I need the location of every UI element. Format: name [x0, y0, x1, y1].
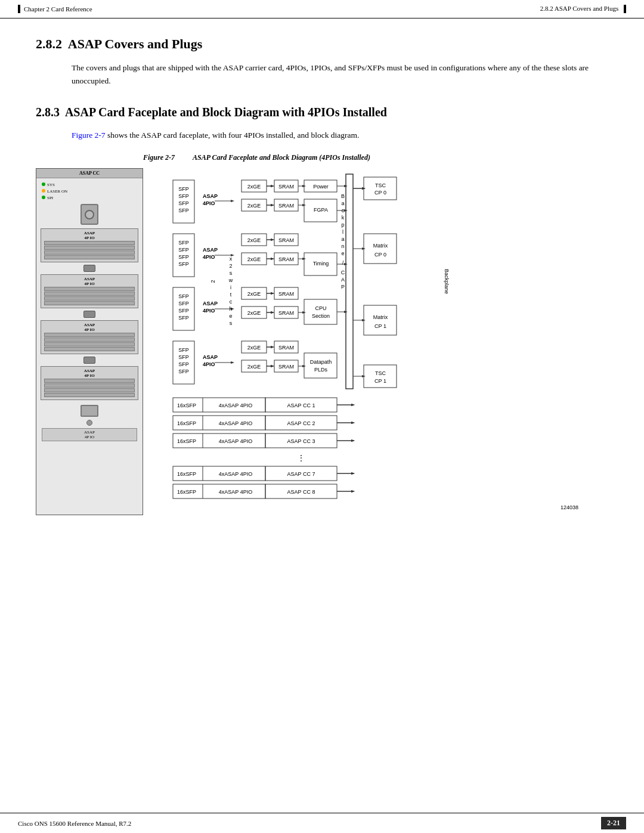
svg-text:i: i [230, 284, 231, 290]
fp-sfp-9 [44, 333, 135, 337]
svg-text:FGPA: FGPA [314, 207, 328, 213]
svg-text:SFP: SFP [178, 347, 189, 353]
fp-plug-1 [83, 265, 95, 272]
svg-text:2xGE: 2xGE [247, 256, 261, 262]
svg-text:4xASAP 4PIO: 4xASAP 4PIO [219, 471, 252, 477]
svg-text:4xASAP 4PIO: 4xASAP 4PIO [219, 489, 252, 495]
fp-led-label-3: SPI [47, 196, 53, 200]
figure-link[interactable]: Figure 2-7 [72, 131, 106, 140]
fp-sfp-8 [44, 301, 135, 305]
svg-text:Timing: Timing [313, 261, 329, 267]
svg-text:SRAM: SRAM [278, 237, 294, 243]
fp-module-1: ASAP4P IO [41, 228, 138, 262]
svg-text:16xSFP: 16xSFP [177, 420, 196, 426]
svg-text:4xASAP 4PIO: 4xASAP 4PIO [219, 420, 252, 426]
fp-led-label-1: SYS [47, 182, 55, 187]
svg-text:2: 2 [210, 280, 216, 283]
svg-text:Backplane: Backplane [444, 269, 450, 294]
top-bar-chapter: Chapter 2 Card Reference [24, 5, 92, 13]
fp-handle [80, 204, 98, 225]
fp-connector-3 [39, 357, 140, 364]
section-282-heading: 2.8.2 ASAP Covers and Plugs [36, 36, 608, 52]
svg-text:SRAM: SRAM [278, 203, 294, 209]
section-283-heading: 2.8.3 ASAP Card Faceplate and Block Diag… [36, 106, 608, 119]
fp-handle-area [39, 204, 140, 225]
svg-text:SFP: SFP [178, 240, 189, 246]
svg-text:PLDs: PLDs [314, 367, 328, 373]
fp-module-2: ASAP4P IO [41, 274, 138, 308]
svg-text:CPU: CPU [315, 305, 326, 311]
svg-text:e: e [229, 313, 232, 319]
fp-leds-row1: SYS [42, 182, 137, 187]
fp-sfp-1 [44, 241, 135, 245]
top-bar-accent [18, 5, 20, 13]
svg-text:2xGE: 2xGE [247, 310, 261, 316]
svg-text:w: w [228, 277, 233, 283]
faceplate: ASAP CC SYS LASER ON SPI [36, 168, 143, 515]
svg-text:h: h [229, 306, 232, 312]
svg-text:ASAP CC 2: ASAP CC 2 [287, 420, 315, 426]
figure-caption: Figure 2-7 ASAP Card Faceplate and Block… [143, 153, 608, 162]
svg-text:4PIO: 4PIO [203, 254, 215, 260]
svg-text:SFP: SFP [178, 308, 189, 314]
section-283-intro: Figure 2-7 shows the ASAP card faceplate… [72, 129, 608, 142]
fp-sfp-3 [44, 250, 135, 255]
svg-text:2xGE: 2xGE [247, 237, 261, 243]
svg-text:4xASAP 4PIO: 4xASAP 4PIO [219, 402, 252, 408]
fp-led-label-2: LASER ON [47, 189, 67, 194]
svg-text:2xGE: 2xGE [247, 364, 261, 370]
svg-text:SFP: SFP [178, 200, 189, 206]
svg-text:Section: Section [312, 313, 330, 319]
svg-text:SRAM: SRAM [278, 310, 294, 316]
svg-text:4PIO: 4PIO [203, 308, 215, 314]
fp-sfp-16 [44, 393, 135, 397]
svg-text:B: B [341, 193, 345, 199]
page-number: 2-21 [601, 817, 626, 829]
fp-sfp-group-3 [44, 333, 135, 351]
svg-text:k: k [342, 215, 345, 221]
top-bar-section: 2.8.2 ASAP Covers and Plugs [540, 5, 619, 12]
svg-text:SRAM: SRAM [278, 345, 294, 351]
svg-text:SFP: SFP [178, 293, 189, 299]
svg-text:2xGE: 2xGE [247, 203, 261, 209]
fp-sfp-group-1 [44, 241, 135, 259]
svg-text:SFP: SFP [178, 315, 189, 321]
fp-leds-row2: LASER ON [42, 189, 137, 194]
footer-text: Cisco ONS 15600 Reference Manual, R7.2 [18, 820, 131, 827]
fp-connector-2 [39, 311, 140, 318]
svg-text:SRAM: SRAM [278, 291, 294, 297]
fp-sfp-4 [44, 255, 135, 259]
diagram-svg: SFP SFP SFP SFP ASAP 4PIO SFP SFP SFP SF… [155, 168, 608, 514]
svg-text:SFP: SFP [178, 193, 189, 199]
fp-sfp-group-2 [44, 287, 135, 305]
svg-text:ASAP CC 7: ASAP CC 7 [287, 471, 315, 477]
svg-text:e: e [341, 250, 344, 256]
fp-leds-row3: SPI [42, 196, 137, 200]
svg-text:SFP: SFP [178, 186, 189, 192]
svg-text:/: / [342, 260, 344, 266]
main-content: 2.8.2 ASAP Covers and Plugs The covers a… [0, 18, 644, 551]
svg-text:4xASAP 4PIO: 4xASAP 4PIO [219, 438, 252, 444]
svg-text:l: l [342, 229, 343, 235]
svg-text:SFP: SFP [178, 368, 189, 374]
top-bar: Chapter 2 Card Reference 2.8.2 ASAP Cove… [0, 0, 644, 18]
svg-text:SFP: SFP [178, 361, 189, 367]
svg-text:A: A [341, 277, 345, 283]
svg-rect-127 [364, 177, 397, 200]
top-bar-left: Chapter 2 Card Reference [18, 5, 92, 13]
figure-number: Figure 2-7 [143, 153, 175, 162]
fp-sfp-6 [44, 292, 135, 296]
section-282-body: The covers and plugs that are shipped wi… [72, 61, 608, 87]
svg-text:ASAP: ASAP [203, 193, 218, 199]
fp-sfp-13 [44, 379, 135, 383]
fp-sfp-group-4 [44, 379, 135, 397]
svg-text:a: a [341, 236, 344, 242]
fp-sfp-2 [44, 246, 135, 250]
svg-rect-132 [364, 234, 397, 264]
fp-led-3 [42, 196, 45, 199]
svg-text:a: a [341, 200, 344, 206]
fp-bottom-handle [39, 405, 140, 417]
svg-text:SFP: SFP [178, 261, 189, 267]
fp-top-label: ASAP CC [36, 169, 143, 178]
svg-text:16xSFP: 16xSFP [177, 471, 196, 477]
